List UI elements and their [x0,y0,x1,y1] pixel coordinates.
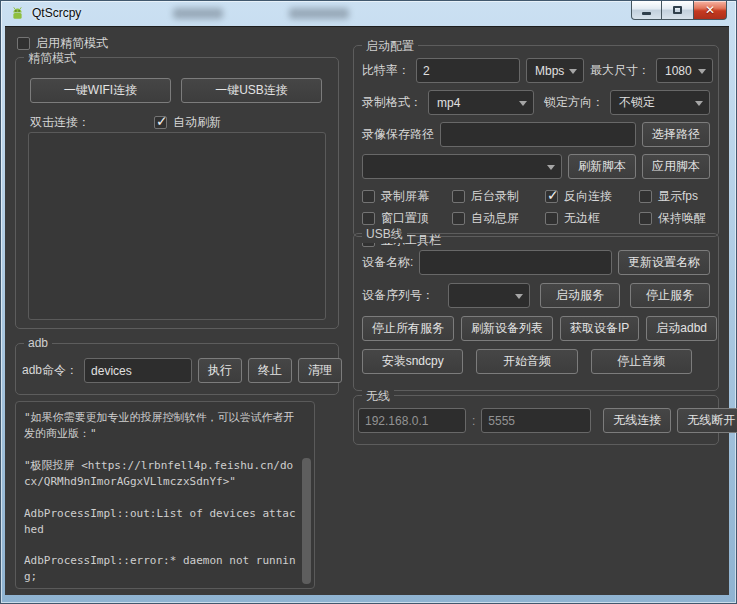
record-path-label: 录像保存路径 [362,126,434,143]
adb-log-output[interactable]: "如果你需要更加专业的投屏控制软件，可以尝试作者开发的商业版：" "极限投屏 <… [15,401,315,589]
script-combo[interactable] [362,154,562,179]
minimize-button[interactable] [631,1,662,20]
background-record-checkbox[interactable]: 后台录制 [452,188,545,205]
refresh-script-button[interactable]: 刷新脚本 [568,154,636,179]
record-format-combo[interactable]: mp4 [428,90,534,115]
simple-mode-group: 精简模式 一键WIFI连接 一键USB连接 双击连接： 自动刷新 [15,57,339,329]
frameless-checkbox[interactable]: 无边框 [545,210,639,227]
log-text: "如果你需要更加专业的投屏控制软件，可以尝试作者开发的商业版：" "极限投屏 <… [24,410,298,589]
keep-awake-checkbox[interactable]: 保持唤醒 [639,210,710,227]
maximize-icon [673,6,682,14]
checkbox-box [639,190,652,203]
lock-orientation-label: 锁定方向： [544,94,604,111]
choose-path-button[interactable]: 选择路径 [642,122,710,147]
bitrate-input[interactable] [416,58,520,83]
wireless-group: 无线 : 无线连接 无线断开 [353,395,719,445]
main-content: 启用精简模式 精简模式 一键WIFI连接 一键USB连接 双击连接： 自动刷新 … [5,26,729,595]
serial-label: 设备序列号： [362,287,434,304]
get-device-ip-button[interactable]: 获取设备IP [560,316,639,341]
auto-screen-off-checkbox[interactable]: 自动息屏 [452,210,545,227]
group-title: 启动配置 [362,38,418,55]
checkbox-box [545,190,558,203]
close-icon: ✕ [705,4,715,16]
window-title: QtScrcpy [32,6,81,20]
one-key-wifi-button[interactable]: 一键WIFI连接 [30,78,171,103]
update-name-button[interactable]: 更新设置名称 [618,250,710,275]
caption-buttons: ✕ [631,1,727,20]
checkbox-box [154,116,167,129]
checkbox-box [452,190,465,203]
adb-group: adb adb命令： 执行 终止 清理 [15,343,339,395]
app-window: QtScrcpy ✕ 启用精简模式 精简模式 一键WIFI连接 一键USB连 [0,0,737,604]
start-adbd-button[interactable]: 启动adbd [646,316,717,341]
terminate-button[interactable]: 终止 [248,358,292,383]
execute-button[interactable]: 执行 [198,358,242,383]
max-size-combo[interactable]: 1080 [656,58,713,83]
device-name-input[interactable] [419,250,612,275]
wireless-port-input[interactable] [481,408,591,433]
reverse-connect-checkbox[interactable]: 反向连接 [545,188,639,205]
checkbox-label: 自动刷新 [173,114,221,131]
stop-service-button[interactable]: 停止服务 [630,283,710,308]
auto-refresh-checkbox[interactable]: 自动刷新 [154,114,221,131]
minimize-icon [642,12,651,15]
checkbox-box [362,190,375,203]
double-click-connect-label: 双击连接： [30,114,90,131]
one-key-usb-button[interactable]: 一键USB连接 [181,78,322,103]
redacted-text [173,8,223,19]
stop-all-services-button[interactable]: 停止所有服务 [362,316,454,341]
adb-command-input[interactable] [84,358,192,383]
android-app-icon [10,6,25,21]
group-title: adb [24,336,52,350]
always-on-top-checkbox[interactable]: 窗口置顶 [362,210,452,227]
apply-script-button[interactable]: 应用脚本 [642,154,710,179]
wireless-ip-input[interactable] [358,408,466,433]
record-screen-checkbox[interactable]: 录制屏幕 [362,188,452,205]
device-list[interactable] [28,132,326,320]
stop-audio-button[interactable]: 停止音频 [591,349,692,374]
bitrate-unit-combo[interactable]: Mbps [526,58,584,83]
checkbox-box [452,212,465,225]
bitrate-label: 比特率： [362,62,410,79]
start-service-button[interactable]: 启动服务 [540,283,620,308]
start-audio-button[interactable]: 开始音频 [476,349,577,374]
group-title: USB线 [362,226,407,243]
record-format-label: 录制格式： [362,94,422,111]
max-size-label: 最大尺寸： [590,62,650,79]
close-button[interactable]: ✕ [693,1,727,20]
lock-orientation-combo[interactable]: 不锁定 [610,90,710,115]
record-path-input[interactable] [440,122,636,147]
install-sndcpy-button[interactable]: 安装sndcpy [362,349,463,374]
titlebar[interactable]: QtScrcpy ✕ [1,1,736,26]
checkbox-box [17,37,30,50]
ip-port-separator: : [472,414,475,428]
group-title: 精简模式 [24,50,80,67]
launch-config-group: 启动配置 比特率： Mbps 最大尺寸： 1080 录制格式： mp [353,45,719,237]
show-fps-checkbox[interactable]: 显示fps [639,188,710,205]
maximize-button[interactable] [662,1,693,20]
clear-button[interactable]: 清理 [298,358,342,383]
checkbox-box [639,212,652,225]
wireless-connect-button[interactable]: 无线连接 [603,408,671,433]
checkbox-box [362,212,375,225]
redacted-text [289,8,349,19]
log-scrollbar-thumb[interactable] [302,458,311,584]
usb-group: USB线 设备名称: 更新设置名称 设备序列号： 启动服务 停止服务 停止所有服… [353,233,719,391]
refresh-device-list-button[interactable]: 刷新设备列表 [461,316,553,341]
wireless-disconnect-button[interactable]: 无线断开 [677,408,737,433]
checkbox-box [545,212,558,225]
group-title: 无线 [362,388,394,405]
serial-combo[interactable] [448,283,530,308]
adb-command-label: adb命令： [22,362,78,379]
device-name-label: 设备名称: [362,254,413,271]
